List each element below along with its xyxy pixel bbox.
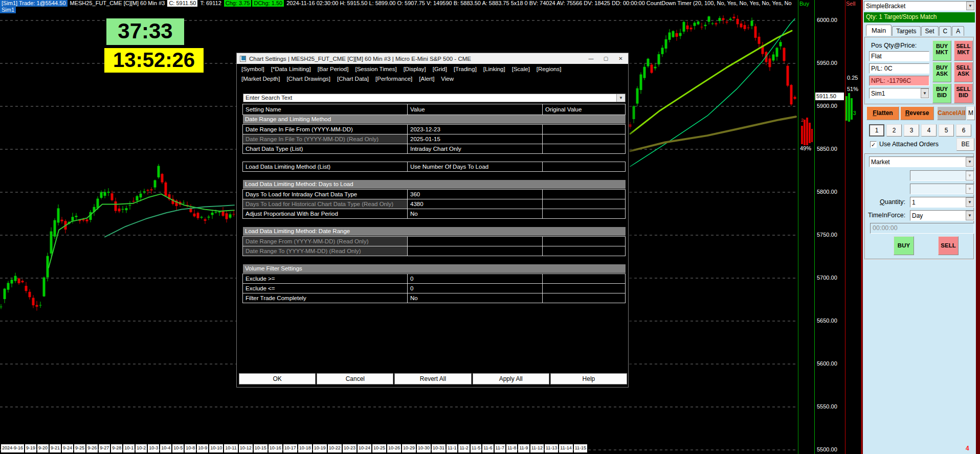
- help-button[interactable]: Help: [550, 373, 627, 384]
- menu-item[interactable]: [Chart Data]: [337, 76, 369, 82]
- setting-value-cell[interactable]: [407, 236, 543, 246]
- menu-item[interactable]: [Trading]: [454, 66, 477, 72]
- flatten-button[interactable]: Flatten: [866, 106, 899, 120]
- m-button[interactable]: M: [967, 106, 975, 120]
- menu-item[interactable]: [Linking]: [483, 66, 505, 72]
- tab-targets[interactable]: Targets: [892, 26, 920, 36]
- table-row[interactable]: Adjust Proportional With Bar PeriodNo: [243, 209, 626, 218]
- maximize-icon[interactable]: ▢: [598, 54, 613, 63]
- order-type-dropdown[interactable]: Market ▼: [869, 156, 974, 167]
- table-row[interactable]: Date Range From (YYYY-MM-DD) (Read Only): [243, 236, 626, 246]
- breakeven-button[interactable]: BE: [956, 138, 974, 151]
- qty-preset-3[interactable]: 3: [904, 124, 919, 137]
- settings-search-combo[interactable]: Enter Search Text ▼: [243, 94, 626, 102]
- sell-ask-button[interactable]: SELLASK: [954, 62, 973, 82]
- qty-preset-5[interactable]: 5: [939, 124, 954, 137]
- setting-value-cell[interactable]: No: [407, 293, 543, 303]
- menu-item[interactable]: [Market Depth]: [241, 76, 280, 82]
- right-edge-scrollbar[interactable]: [976, 0, 980, 454]
- buy-mkt-button[interactable]: BUYMKT: [932, 40, 951, 61]
- clock-timer: 13:52:26: [104, 48, 204, 73]
- cancel-button[interactable]: Cancel: [317, 373, 393, 384]
- qty-preset-4[interactable]: 4: [921, 124, 937, 137]
- use-attached-orders-checkbox[interactable]: ✓: [870, 141, 877, 148]
- setting-value-cell[interactable]: Use Number Of Days To Load: [407, 162, 543, 172]
- table-row[interactable]: Exclude <=0: [243, 283, 626, 293]
- preset-dropdown[interactable]: SimpleBracket ▼: [864, 1, 975, 11]
- menu-item[interactable]: [*Data Limiting]: [271, 66, 311, 72]
- price-tick: 5600.00: [817, 360, 837, 367]
- buy-bid-button[interactable]: BUYBID: [932, 83, 951, 103]
- menu-item[interactable]: [Symbol]: [241, 66, 264, 72]
- buy-ask-button[interactable]: BUYASK: [932, 62, 951, 82]
- chevron-down-icon[interactable]: ▼: [966, 157, 974, 167]
- setting-value-cell[interactable]: No: [407, 209, 543, 219]
- setting-value-cell[interactable]: 0: [407, 283, 543, 293]
- menu-item[interactable]: [Bar Period]: [318, 66, 349, 72]
- minimize-icon[interactable]: —: [584, 54, 598, 63]
- sell-mkt-button[interactable]: SELLMKT: [954, 40, 973, 61]
- table-row[interactable]: Date Range In File To (YYYY-MM-DD) (Read…: [243, 134, 626, 144]
- menu-item[interactable]: [Chart Drawings]: [286, 76, 330, 82]
- tab-c[interactable]: C: [939, 26, 952, 36]
- menu-item[interactable]: [Regions]: [537, 66, 562, 72]
- table-row[interactable]: Exclude >=0: [243, 274, 626, 283]
- setting-value-cell[interactable]: 360: [407, 189, 543, 199]
- position-field[interactable]: Flat: [869, 51, 929, 61]
- section-header-row: Load Data Limiting Method: Days to Load: [243, 180, 626, 189]
- qty-preset-1[interactable]: 1: [869, 124, 884, 137]
- setting-name-cell: Exclude >=: [242, 274, 408, 284]
- sell-button[interactable]: SELL: [938, 236, 959, 255]
- reverse-button[interactable]: Reverse: [900, 106, 934, 120]
- table-row[interactable]: Chart Data Type (List)Intraday Chart Onl…: [243, 144, 626, 153]
- menu-item[interactable]: [Grid]: [433, 66, 447, 72]
- sell-bid-button[interactable]: SELLBID: [954, 83, 973, 103]
- settings-table[interactable]: Setting NameValueOriginal ValueDate Rang…: [243, 104, 626, 303]
- price-tick: 6000.00: [817, 17, 837, 23]
- setting-value-cell[interactable]: 4380: [407, 199, 543, 209]
- setting-value-cell[interactable]: Intraday Chart Only: [407, 144, 543, 154]
- setting-value-cell[interactable]: 2025-01-15: [407, 134, 543, 144]
- ok-button[interactable]: OK: [239, 373, 316, 384]
- tab-main[interactable]: Main: [866, 25, 892, 36]
- qty-preset-2[interactable]: 2: [886, 124, 902, 137]
- search-input[interactable]: Enter Search Text: [243, 94, 616, 102]
- cancel-all-button[interactable]: CancelAll: [937, 106, 966, 120]
- pl-field[interactable]: P/L: 0C: [869, 63, 929, 74]
- good-till-time-field[interactable]: 00:00:00: [870, 223, 974, 234]
- menu-item[interactable]: View: [441, 76, 454, 82]
- revert-all-button[interactable]: Revert All: [394, 373, 471, 384]
- apply-all-button[interactable]: Apply All: [473, 373, 549, 384]
- menu-item[interactable]: [Scale]: [512, 66, 530, 72]
- table-row[interactable]: Date Range To (YYYY-MM-DD) (Read Only): [243, 246, 626, 256]
- date-axis[interactable]: 2024-9-169-199-209-219-249-259-269-279-2…: [1, 444, 587, 452]
- tab-a[interactable]: A: [952, 26, 964, 36]
- chevron-down-icon[interactable]: ▼: [616, 94, 625, 102]
- table-row[interactable]: Days To Load for Historical Chart Data T…: [243, 199, 626, 209]
- tab-set[interactable]: Set: [921, 26, 939, 36]
- menu-item[interactable]: [Display]: [404, 66, 426, 72]
- qty-preset-6[interactable]: 6: [956, 124, 971, 137]
- table-row[interactable]: Filter Trade CompletelyNo: [243, 293, 626, 303]
- setting-value-cell[interactable]: 2023-12-23: [407, 124, 543, 134]
- section-title: Volume Filter Settings: [242, 264, 626, 273]
- menu-item[interactable]: [Performance]: [375, 76, 412, 82]
- close-icon[interactable]: ✕: [613, 54, 628, 63]
- dialog-titlebar[interactable]: Chart Settings | MESH25_FUT_CME [C][M] 6…: [237, 53, 628, 64]
- chevron-down-icon[interactable]: ▼: [966, 197, 974, 207]
- dom-sell-column-header: Sell: [846, 1, 855, 7]
- buy-button[interactable]: BUY: [894, 236, 914, 255]
- table-row[interactable]: Date Range In File From (YYYY-MM-DD)2023…: [243, 124, 626, 134]
- table-row[interactable]: Days To Load for Intraday Chart Data Typ…: [243, 189, 626, 199]
- chevron-down-icon[interactable]: ▼: [921, 88, 929, 98]
- table-row[interactable]: Load Data Limiting Method (List)Use Numb…: [243, 162, 626, 171]
- setting-value-cell[interactable]: [407, 246, 543, 256]
- menu-item[interactable]: [Alert]: [419, 76, 434, 82]
- setting-value-cell[interactable]: 0: [407, 274, 543, 284]
- time-in-force-dropdown[interactable]: Day ▼: [910, 210, 974, 221]
- quantity-dropdown[interactable]: 1 ▼: [910, 197, 974, 208]
- account-dropdown[interactable]: Sim1 ▼: [869, 88, 929, 99]
- chevron-down-icon[interactable]: ▼: [966, 2, 974, 10]
- chevron-down-icon[interactable]: ▼: [966, 211, 974, 220]
- menu-item[interactable]: [Session Times]: [355, 66, 396, 72]
